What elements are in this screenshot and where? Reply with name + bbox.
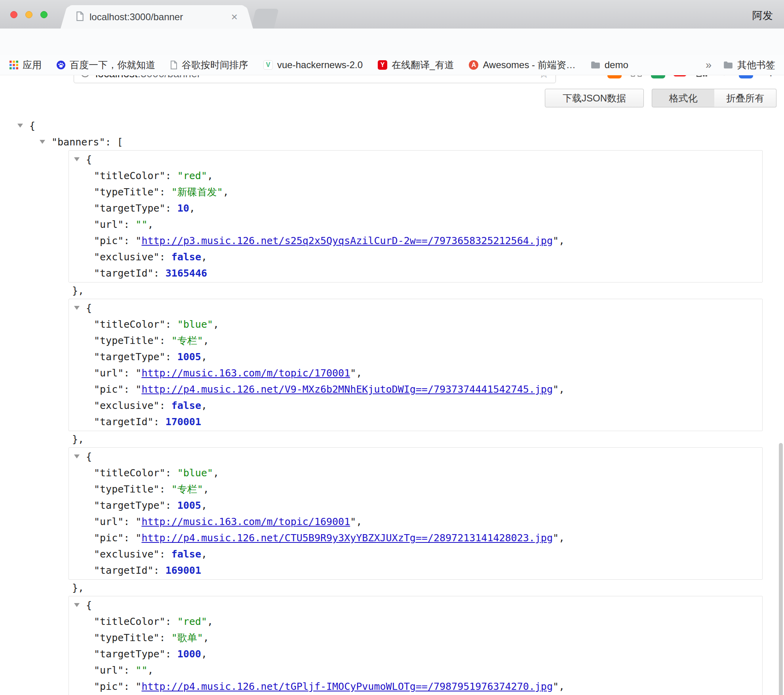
- collapse-toggle-icon[interactable]: [74, 157, 80, 161]
- browser-toolbar: localhost :3000/banner ☆ V en FE t ✓ ⋮: [0, 29, 784, 55]
- profile-name[interactable]: 阿发: [752, 9, 773, 23]
- json-key: "pic":: [94, 235, 135, 246]
- json-line: "exclusive": false,: [69, 546, 762, 562]
- json-line: "url": "",: [69, 662, 762, 678]
- json-quote: ": [135, 516, 141, 527]
- json-string-value: "": [135, 664, 147, 676]
- download-json-button[interactable]: 下载JSON数据: [545, 89, 644, 107]
- json-brace: },: [72, 433, 84, 445]
- json-brace: {: [86, 302, 92, 314]
- json-url-link[interactable]: http://p4.music.126.net/V9-MXz6b2MNhEKju…: [141, 384, 553, 395]
- tab-title: localhost:3000/banner: [89, 11, 230, 23]
- json-line: "typeTitle": "专栏",: [69, 481, 762, 497]
- close-window-button[interactable]: [10, 11, 17, 18]
- page-favicon-icon: [76, 11, 84, 23]
- json-number-value: 10: [177, 202, 189, 214]
- json-key: "targetType":: [94, 648, 177, 660]
- bookmark-label: demo: [605, 59, 628, 71]
- json-comma: ,: [189, 202, 195, 214]
- json-line: "typeTitle": "新碟首发",: [69, 184, 762, 200]
- json-key: "exclusive":: [94, 548, 171, 560]
- json-key: "pic":: [94, 532, 135, 544]
- json-line: "url": "http://music.163.com/m/topic/169…: [69, 514, 762, 530]
- json-key: "banners": [: [51, 136, 123, 148]
- json-line: "exclusive": false,: [69, 397, 762, 414]
- json-url-link[interactable]: http://music.163.com/m/topic/170001: [141, 367, 350, 379]
- folder-icon: [723, 61, 733, 69]
- collapse-toggle-icon[interactable]: [17, 124, 23, 128]
- json-line: "pic": "http://p4.music.126.net/CTU5B9R9…: [69, 530, 762, 546]
- bookmark-google-sort[interactable]: 谷歌按时间排序: [170, 59, 248, 71]
- collapse-toggle-icon[interactable]: [74, 454, 80, 458]
- json-key: "pic":: [94, 681, 135, 692]
- json-brace: },: [72, 285, 84, 296]
- scrollbar-thumb[interactable]: [779, 443, 783, 695]
- json-line: "url": "http://music.163.com/m/topic/170…: [69, 365, 762, 381]
- bookmark-label: 谷歌按时间排序: [182, 59, 248, 71]
- json-comma: ",: [553, 384, 565, 395]
- bookmarks-overflow-icon[interactable]: »: [706, 59, 712, 71]
- json-banners-line: "banners": [: [0, 134, 778, 150]
- page-icon: [170, 61, 177, 69]
- json-quote: ": [135, 532, 141, 544]
- bookmark-awesomes[interactable]: A Awesomes - 前端资…: [469, 59, 575, 71]
- collapse-toggle-icon[interactable]: [74, 306, 80, 310]
- json-line: },: [0, 580, 778, 596]
- json-string-value: "新碟首发": [171, 186, 223, 198]
- json-line: "titleColor": "blue",: [69, 316, 762, 332]
- browser-tab[interactable]: localhost:3000/banner ×: [68, 5, 245, 29]
- json-url-link[interactable]: http://p4.music.126.net/tGPljf-IMOCyPvum…: [141, 681, 553, 692]
- other-bookmarks[interactable]: 其他书签: [723, 59, 775, 71]
- json-number-value: 169001: [166, 565, 201, 576]
- collapse-toggle-icon[interactable]: [40, 140, 45, 144]
- zoom-window-button[interactable]: [40, 11, 48, 18]
- json-comma: ,: [201, 500, 207, 511]
- json-line: {: [69, 151, 762, 168]
- other-bookmarks-label: 其他书签: [737, 59, 775, 71]
- json-line: "pic": "http://p4.music.126.net/V9-MXz6b…: [69, 381, 762, 397]
- json-comma: ,: [201, 251, 207, 263]
- json-key: "exclusive":: [94, 251, 171, 263]
- json-url-link[interactable]: http://p4.music.126.net/CTU5B9R9y3XyYBZX…: [141, 532, 553, 544]
- json-key: "targetId":: [94, 565, 166, 576]
- bookmarks-bar: 应用 百度一下，你就知道 谷歌按时间排序 V vue-hackernews-2.…: [0, 55, 784, 75]
- new-tab-button[interactable]: [251, 9, 279, 29]
- json-line: "titleColor": "red",: [69, 613, 762, 630]
- json-object-banner-1: { "titleColor": "blue", "typeTitle": "专栏…: [69, 299, 763, 431]
- bookmark-folder-demo[interactable]: demo: [591, 59, 628, 71]
- json-comma: ,: [201, 648, 207, 660]
- json-comma: ,: [203, 483, 209, 495]
- json-brace: {: [86, 154, 92, 165]
- json-string-value: "blue": [177, 319, 213, 330]
- json-line: "targetId": 170001: [69, 414, 762, 430]
- bookmark-vue-hackernews[interactable]: V vue-hackernews-2.0: [263, 59, 363, 71]
- minimize-window-button[interactable]: [25, 11, 32, 18]
- json-line: "targetId": 169001: [69, 562, 762, 579]
- tab-close-icon[interactable]: ×: [230, 11, 239, 23]
- json-number-value: 1005: [177, 351, 201, 363]
- json-quote: ": [135, 235, 141, 246]
- json-comma: ,: [201, 548, 207, 560]
- json-key: "exclusive":: [94, 400, 171, 411]
- window-controls: [10, 11, 48, 18]
- json-url-link[interactable]: http://music.163.com/m/topic/169001: [141, 516, 350, 527]
- json-line: "titleColor": "red",: [69, 168, 762, 184]
- bookmark-youdao[interactable]: Y 在线翻译_有道: [378, 59, 454, 71]
- json-string-value: "": [135, 219, 147, 230]
- bookmark-baidu[interactable]: 百度一下，你就知道: [57, 59, 155, 71]
- json-url-link[interactable]: http://p3.music.126.net/s25q2x5QyqsAzilC…: [141, 235, 553, 246]
- format-button[interactable]: 格式化: [652, 89, 715, 107]
- json-comma: ",: [350, 367, 362, 379]
- collapse-toggle-icon[interactable]: [74, 603, 80, 607]
- json-tree: { "banners": [ { "titleColor": "red", "t…: [0, 118, 778, 695]
- json-line: {: [69, 300, 762, 316]
- json-brace: },: [72, 582, 84, 594]
- json-number-value: 170001: [166, 416, 201, 428]
- json-comma: ",: [350, 516, 362, 527]
- apps-shortcut[interactable]: 应用: [10, 59, 42, 71]
- json-line: "pic": "http://p4.music.126.net/tGPljf-I…: [69, 678, 762, 695]
- json-line: {: [69, 597, 762, 613]
- json-key: "titleColor":: [94, 319, 177, 330]
- collapse-all-button[interactable]: 折叠所有: [714, 89, 776, 107]
- json-key: "typeTitle":: [94, 186, 171, 198]
